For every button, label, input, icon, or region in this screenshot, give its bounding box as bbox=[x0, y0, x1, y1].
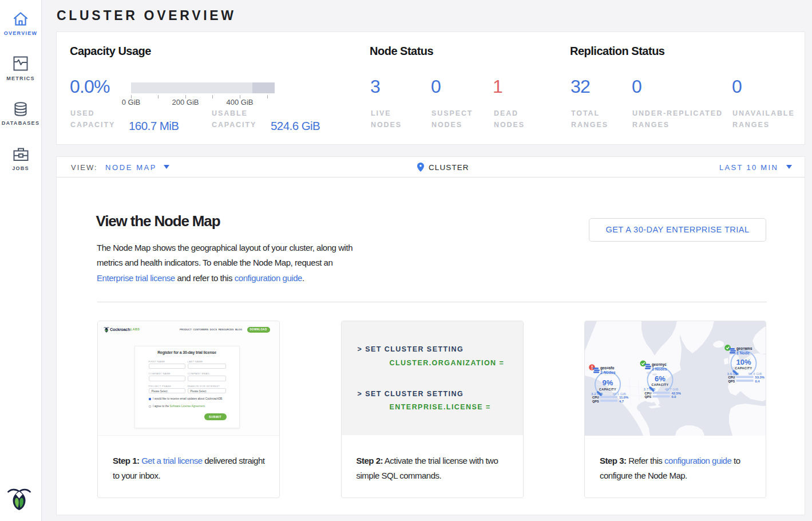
svg-text:3.6 GiB: 3.6 GiB bbox=[727, 372, 739, 376]
svg-text:CPU: CPU bbox=[592, 396, 599, 399]
svg-text:CAPACITY: CAPACITY bbox=[735, 366, 752, 370]
svg-text:0.4: 0.4 bbox=[755, 380, 760, 383]
svg-text:geo=nyc: geo=nyc bbox=[652, 362, 667, 367]
svg-text:42.5%: 42.5% bbox=[672, 392, 681, 395]
svg-text:CAPACITY: CAPACITY bbox=[599, 388, 616, 391]
svg-text:3.7 GiB: 3.7 GiB bbox=[644, 387, 656, 391]
svg-text:QPS: QPS bbox=[728, 380, 735, 383]
svg-text:94.4 GiB: 94.4 GiB bbox=[748, 372, 762, 376]
svg-text:CAPACITY: CAPACITY bbox=[652, 383, 669, 386]
svg-text:35.1 GiB: 35.1 GiB bbox=[612, 392, 626, 396]
svg-text:3.2 GiB: 3.2 GiB bbox=[591, 392, 603, 396]
svg-text:geo=ams: geo=ams bbox=[736, 346, 752, 351]
svg-text:geo=sfo: geo=sfo bbox=[600, 366, 614, 370]
svg-text:4.7: 4.7 bbox=[619, 400, 624, 403]
svg-text:CPU: CPU bbox=[645, 392, 652, 395]
svg-text:QPS: QPS bbox=[645, 395, 652, 398]
svg-text:QPS: QPS bbox=[592, 400, 599, 403]
svg-text:11.0%: 11.0% bbox=[619, 396, 628, 399]
svg-text:0.0: 0.0 bbox=[672, 395, 676, 398]
svg-text:9%: 9% bbox=[603, 378, 613, 387]
svg-text:45.7 GiB: 45.7 GiB bbox=[664, 387, 678, 391]
svg-text:6%: 6% bbox=[655, 374, 666, 383]
svg-text:1 Node: 1 Node bbox=[736, 351, 750, 355]
svg-text:CPU: CPU bbox=[728, 376, 735, 379]
svg-text:10%: 10% bbox=[736, 358, 751, 366]
svg-text:2 Nodes: 2 Nodes bbox=[652, 367, 667, 371]
svg-text:53.3%: 53.3% bbox=[755, 376, 765, 379]
svg-text:2 Nodes: 2 Nodes bbox=[600, 370, 616, 374]
